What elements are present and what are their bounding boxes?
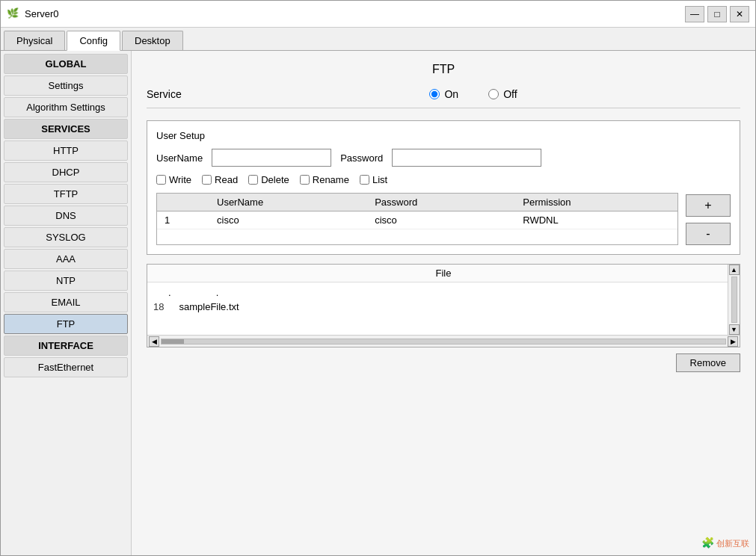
vscroll-track — [731, 277, 737, 323]
service-off-option[interactable]: Off — [488, 88, 517, 100]
file-item-row[interactable]: 18 sampleFile.txt — [153, 300, 725, 314]
service-off-radio[interactable] — [488, 89, 499, 99]
file-name: sampleFile.txt — [179, 301, 239, 312]
write-checkbox[interactable] — [156, 175, 166, 185]
sidebar-item-algorithm-settings[interactable]: Algorithm Settings — [4, 97, 128, 117]
main-window: 🌿 Server0 — □ ✕ Physical Config Desktop … — [0, 0, 756, 556]
checkbox-write[interactable]: Write — [156, 174, 191, 185]
password-input[interactable] — [392, 149, 541, 167]
sidebar-section-global: GLOBAL — [4, 54, 128, 74]
checkbox-rename[interactable]: Rename — [300, 174, 349, 185]
window-icon: 🌿 — [7, 7, 20, 21]
checkbox-delete[interactable]: Delete — [248, 174, 289, 185]
sidebar-item-dhcp[interactable]: DHCP — [4, 162, 128, 182]
row-username: cisco — [209, 211, 367, 229]
add-user-button[interactable]: + — [686, 194, 731, 217]
remove-button[interactable]: Remove — [676, 353, 740, 372]
sidebar-item-syslog[interactable]: SYSLOG — [4, 227, 128, 247]
tab-physical[interactable]: Physical — [4, 31, 65, 50]
file-header: File — [147, 265, 740, 282]
hscroll-left-button[interactable]: ◀ — [149, 336, 159, 347]
main-panel: FTP Service On Off User Setup — [132, 51, 755, 555]
row-permission: RWDNL — [515, 211, 677, 229]
maximize-button[interactable]: □ — [707, 6, 727, 22]
username-label: UserName — [156, 152, 203, 164]
tab-config[interactable]: Config — [67, 31, 120, 51]
file-hscrollbar: ◀ ▶ — [147, 335, 740, 347]
user-table-area: UserName Password Permission 1 cisco cis… — [156, 193, 731, 245]
title-bar-left: 🌿 Server0 — [7, 7, 59, 21]
user-setup-box: User Setup UserName Password Write — [147, 120, 740, 255]
service-radio-group: On Off — [206, 88, 740, 100]
list-checkbox[interactable] — [360, 175, 369, 185]
window-title: Server0 — [25, 8, 59, 19]
minimize-button[interactable]: — — [685, 6, 704, 22]
hscroll-track — [161, 339, 726, 345]
file-section: File . . 18 sampleFile.txt ▲ ▼ — [147, 264, 740, 348]
vscroll-up-button[interactable]: ▲ — [729, 265, 740, 275]
service-on-option[interactable]: On — [429, 88, 458, 100]
file-dot2: . — [216, 287, 219, 298]
sidebar: GLOBAL Settings Algorithm Settings SERVI… — [1, 51, 132, 555]
vscroll-down-button[interactable]: ▼ — [729, 324, 740, 335]
service-row: Service On Off — [147, 88, 740, 108]
sidebar-section-interface: INTERFACE — [4, 336, 128, 356]
sidebar-item-fastethernet[interactable]: FastEthernet — [4, 357, 128, 377]
user-setup-fields: UserName Password — [156, 149, 731, 167]
col-password: Password — [367, 194, 515, 211]
service-on-radio[interactable] — [429, 89, 440, 99]
row-password: cisco — [367, 211, 515, 229]
sidebar-item-ftp[interactable]: FTP — [4, 314, 128, 334]
file-dot1: . — [168, 287, 171, 298]
tab-bar: Physical Config Desktop — [1, 28, 755, 51]
title-bar: 🌿 Server0 — □ ✕ — [1, 1, 755, 28]
rename-checkbox[interactable] — [300, 175, 310, 185]
title-buttons: — □ ✕ — [685, 6, 749, 22]
permissions-checkbox-row: Write Read Delete Rename — [156, 174, 731, 185]
table-actions: + - — [686, 193, 731, 245]
username-input[interactable] — [212, 149, 331, 167]
hscroll-right-button[interactable]: ▶ — [728, 336, 738, 347]
file-vscrollbar: ▲ ▼ — [728, 265, 740, 335]
sidebar-item-dns[interactable]: DNS — [4, 206, 128, 226]
table-row[interactable]: 1 cisco cisco RWDNL — [157, 211, 677, 229]
file-dots-row: . . — [153, 285, 725, 300]
sidebar-item-settings[interactable]: Settings — [4, 75, 128, 96]
user-table: UserName Password Permission 1 cisco cis… — [156, 193, 678, 245]
sidebar-section-services: SERVICES — [4, 119, 128, 139]
col-username: UserName — [209, 194, 367, 211]
sidebar-item-email[interactable]: EMAIL — [4, 292, 128, 312]
remove-user-button[interactable]: - — [686, 223, 731, 245]
panel-title: FTP — [147, 63, 740, 76]
content-area: GLOBAL Settings Algorithm Settings SERVI… — [1, 51, 755, 555]
file-row-num: 18 — [153, 301, 164, 312]
tab-desktop[interactable]: Desktop — [122, 31, 183, 50]
remove-row: Remove — [147, 353, 740, 372]
checkbox-list[interactable]: List — [360, 174, 387, 185]
hscroll-thumb[interactable] — [162, 339, 184, 344]
row-num: 1 — [157, 211, 209, 229]
file-content: . . 18 sampleFile.txt — [147, 282, 740, 335]
delete-checkbox[interactable] — [248, 175, 258, 185]
checkbox-read[interactable]: Read — [202, 174, 238, 185]
sidebar-item-http[interactable]: HTTP — [4, 140, 128, 161]
service-label: Service — [147, 88, 206, 100]
sidebar-item-aaa[interactable]: AAA — [4, 249, 128, 269]
sidebar-item-ntp[interactable]: NTP — [4, 271, 128, 291]
sidebar-item-tftp[interactable]: TFTP — [4, 184, 128, 204]
read-checkbox[interactable] — [202, 175, 212, 185]
col-permission: Permission — [515, 194, 677, 211]
password-label: Password — [340, 152, 383, 164]
user-setup-title: User Setup — [156, 130, 731, 141]
col-num — [157, 194, 209, 211]
close-button[interactable]: ✕ — [730, 6, 749, 22]
watermark: 🧩 创新互联 — [701, 537, 749, 549]
